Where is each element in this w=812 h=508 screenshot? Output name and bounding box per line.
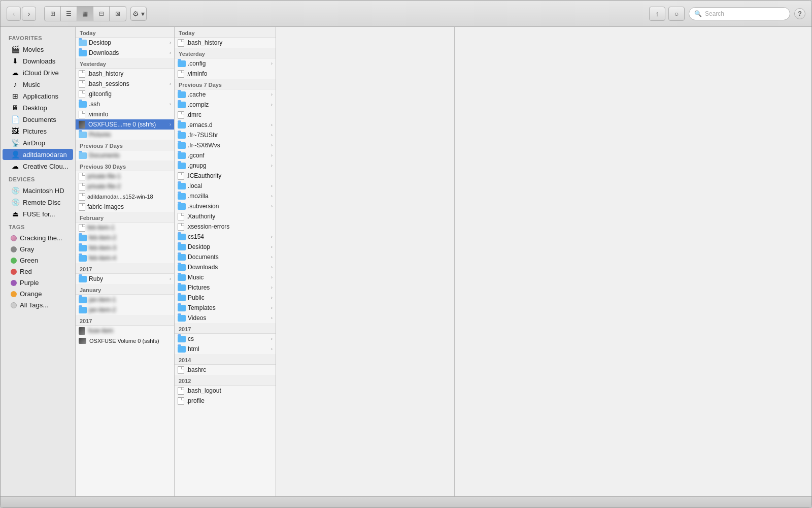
chevron-icon: ›	[170, 122, 171, 127]
file-name: Music	[188, 274, 269, 281]
section-yesterday-p1: Yesterday	[76, 58, 174, 69]
file-row-feb1[interactable]: feb-item-1	[76, 223, 174, 233]
file-row-local[interactable]: .local ›	[175, 181, 276, 191]
file-row-html[interactable]: html ›	[175, 344, 276, 354]
file-row-gitconfig[interactable]: .gitconfig	[76, 89, 174, 99]
file-row-desktop-p2[interactable]: Desktop ›	[175, 242, 276, 252]
file-row-documents-p2[interactable]: Documents ›	[175, 252, 276, 262]
file-row-feb2[interactable]: feb-item-2	[76, 233, 174, 243]
file-row-viminfo-p2[interactable]: .viminfo	[175, 69, 276, 79]
sidebar-item-red[interactable]: Red	[3, 266, 73, 277]
sidebar-item-macintosh[interactable]: 💿 Macintosh HD	[3, 185, 73, 196]
file-row-xsession[interactable]: .xsession-errors	[175, 221, 276, 232]
file-row-osxfuse[interactable]: OSXFUSE...me 0 (sshfs) ›	[76, 119, 174, 130]
file-name: Ruby	[89, 275, 167, 282]
forward-button[interactable]: ›	[22, 7, 36, 21]
tag-button[interactable]: ○	[668, 7, 685, 21]
sidebar-item-remotedisc[interactable]: 💿 Remote Disc	[3, 197, 73, 208]
file-row-emacs[interactable]: .emacs.d ›	[175, 120, 276, 130]
file-row-ssh[interactable]: .ssh ›	[76, 99, 174, 109]
chevron-icon: ›	[271, 122, 273, 128]
file-row-feb3[interactable]: feb-item-3	[76, 243, 174, 253]
chevron-icon: ›	[271, 102, 273, 107]
sidebar-item-aditdamodaran[interactable]: 👤 aditdamodaran	[3, 149, 73, 160]
sidebar-item-cracking[interactable]: Cracking the...	[3, 233, 73, 243]
back-button[interactable]: ‹	[7, 7, 21, 21]
help-button[interactable]: ?	[794, 8, 805, 19]
chevron-icon: ›	[271, 153, 273, 158]
file-row-frSX[interactable]: .fr~SX6Wvs ›	[175, 140, 276, 150]
column-view-button[interactable]: ▦	[77, 7, 93, 21]
sidebar-item-desktop[interactable]: 🖥 Desktop	[3, 102, 73, 113]
sidebar-item-pictures[interactable]: 🖼 Pictures	[3, 125, 73, 137]
file-row-dmrc[interactable]: .dmrc	[175, 110, 276, 120]
file-row-subversion[interactable]: .subversion ›	[175, 201, 276, 211]
file-row-fr7[interactable]: .fr~7SUShr ›	[175, 130, 276, 140]
file-row-jan1[interactable]: jan-item-1	[76, 295, 174, 305]
file-row-gconf[interactable]: .gconf ›	[175, 150, 276, 161]
sidebar-label-downloads: Downloads	[23, 57, 55, 65]
sidebar-item-icloud[interactable]: ☁ iCloud Drive	[3, 67, 73, 78]
file-row-bashrc[interactable]: .bashrc	[175, 365, 276, 375]
file-row-compiz[interactable]: .compiz ›	[175, 100, 276, 110]
file-row-desktop-p1[interactable]: Desktop ›	[76, 38, 174, 48]
file-row-public[interactable]: Public ›	[175, 293, 276, 303]
file-row-iceauth[interactable]: .ICEauthority	[175, 171, 276, 181]
file-row-bash-history[interactable]: .bash_history	[76, 69, 174, 79]
file-row-xauth[interactable]: .Xauthority	[175, 211, 276, 221]
file-row-blurred1[interactable]: private-file-1	[76, 171, 174, 181]
file-row-documents-p1[interactable]: Documents	[76, 150, 174, 161]
sidebar-item-documents[interactable]: 📄 Documents	[3, 114, 73, 125]
file-row-cs154[interactable]: cs154 ›	[175, 232, 276, 242]
list-view-button[interactable]: ☰	[61, 7, 77, 21]
sidebar-item-purple[interactable]: Purple	[3, 277, 73, 288]
file-row-mozilla[interactable]: .mozilla ›	[175, 191, 276, 201]
cover-view-button[interactable]: ⊟	[93, 7, 110, 21]
file-row-fabric[interactable]: fabric-images	[76, 202, 174, 212]
folder-icon	[178, 193, 186, 200]
file-row-cs[interactable]: cs ›	[175, 334, 276, 344]
folder-icon	[178, 346, 186, 353]
sidebar-item-alltags[interactable]: All Tags...	[3, 300, 73, 310]
share-button[interactable]: ↑	[649, 7, 665, 21]
file-row-fuse2[interactable]: fuse-item	[76, 326, 174, 336]
chevron-icon: ›	[271, 244, 273, 249]
file-row-pictures-p2[interactable]: Pictures ›	[175, 282, 276, 293]
settings-button[interactable]: ⚙ ▾	[130, 7, 147, 21]
sidebar-item-gray[interactable]: Gray	[3, 244, 73, 255]
sidebar-item-applications[interactable]: ⊞ Applications	[3, 90, 73, 102]
gallery-view-button[interactable]: ⊠	[110, 7, 126, 21]
sidebar-item-orange[interactable]: Orange	[3, 289, 73, 299]
sidebar-item-green[interactable]: Green	[3, 255, 73, 266]
sidebar-item-music[interactable]: ♪ Music	[3, 79, 73, 90]
icon-view-button[interactable]: ⊞	[45, 7, 61, 21]
sidebar-item-downloads[interactable]: ⬇ Downloads	[3, 55, 73, 67]
file-name: .gnupg	[188, 162, 269, 169]
alltags-icon	[11, 302, 17, 308]
file-row-bash-sessions[interactable]: .bash_sessions ›	[76, 79, 174, 89]
file-row-profile[interactable]: .profile	[175, 396, 276, 406]
file-row-cache[interactable]: .cache ›	[175, 89, 276, 100]
file-row-ruby[interactable]: Ruby ›	[76, 274, 174, 284]
search-box[interactable]: 🔍 Search	[689, 7, 790, 20]
file-row-viminfo[interactable]: .viminfo	[76, 109, 174, 119]
file-row-blurred2[interactable]: private-file-2	[76, 181, 174, 192]
file-row-bash-history-p2[interactable]: .bash_history	[175, 38, 276, 48]
file-row-bash-logout[interactable]: .bash_logout	[175, 386, 276, 396]
sidebar-item-movies[interactable]: 🎬 Movies	[3, 44, 73, 55]
file-row-aditdamodar[interactable]: aditdamodar...s152-win-18	[76, 192, 174, 202]
file-row-osxfuse2[interactable]: OSXFUSE Volume 0 (sshfs)	[76, 336, 174, 346]
file-row-feb4[interactable]: feb-item-4	[76, 253, 174, 263]
file-row-videos[interactable]: Videos ›	[175, 313, 276, 323]
file-row-templates[interactable]: Templates ›	[175, 303, 276, 313]
sidebar-item-fuse[interactable]: ⏏ FUSE for...	[3, 208, 73, 219]
file-row-music-p2[interactable]: Music ›	[175, 272, 276, 282]
file-row-downloads-p1[interactable]: Downloads ›	[76, 48, 174, 58]
file-row-pictures-p1[interactable]: Pictures	[76, 130, 174, 140]
sidebar-item-airdrop[interactable]: 📡 AirDrop	[3, 137, 73, 148]
file-row-jan2[interactable]: jan-item-2	[76, 305, 174, 315]
file-row-downloads-p2[interactable]: Downloads ›	[175, 262, 276, 272]
file-row-gnupg[interactable]: .gnupg ›	[175, 161, 276, 171]
sidebar-item-creative[interactable]: ☁ Creative Clou...	[3, 161, 73, 172]
file-row-config[interactable]: .config ›	[175, 58, 276, 69]
